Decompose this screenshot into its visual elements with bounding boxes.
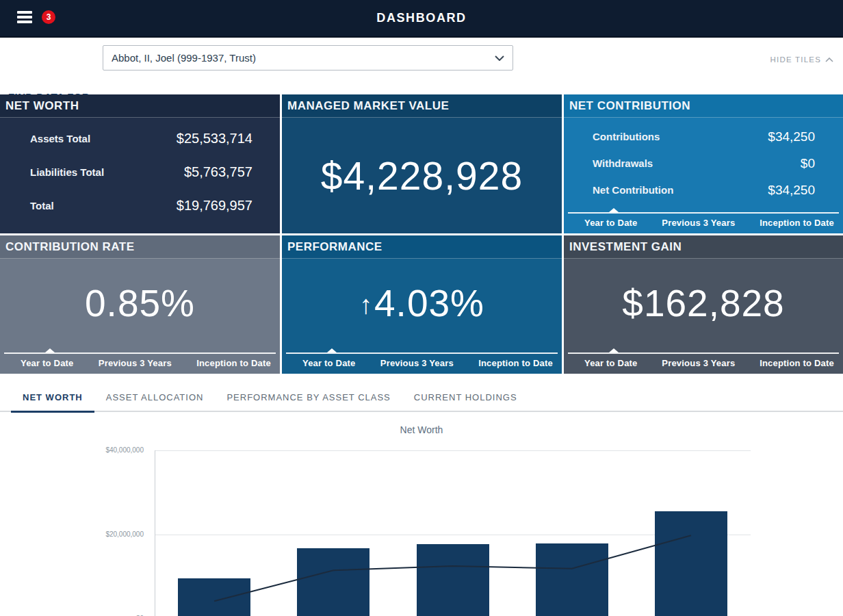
assets-total-row: Assets Total $25,533,714 — [0, 122, 280, 155]
net-contribution-tile: NET CONTRIBUTION Contributions $34,250 W… — [564, 94, 843, 233]
contributions-row: Contributions $34,250 — [564, 123, 843, 150]
period-tab-year-to-date[interactable]: Year to Date — [21, 358, 74, 368]
row-value: $34,250 — [768, 183, 815, 198]
net-worth-bar — [536, 543, 608, 616]
total-row: Total $19,769,957 — [0, 189, 280, 222]
row-value: $25,533,714 — [177, 131, 252, 146]
tab-performance-by-asset-class[interactable]: PERFORMANCE BY ASSET CLASS — [215, 383, 402, 413]
row-value: $34,250 — [768, 129, 815, 144]
hide-tiles-button[interactable]: HIDE TILES — [770, 55, 833, 64]
period-tab-previous-3-years[interactable]: Previous 3 Years — [380, 358, 454, 368]
menu-button[interactable]: 3 — [17, 10, 34, 27]
tab-current-holdings[interactable]: CURRENT HOLDINGS — [402, 383, 529, 413]
find-data-bar: FIND DATA FOR Abbot, II, Joel (999-1937,… — [0, 39, 843, 94]
client-selector-value: Abbot, II, Joel (999-1937, Trust) — [112, 52, 495, 64]
chevron-up-icon — [825, 57, 833, 62]
summary-tiles: NET WORTH Assets Total $25,533,714 Liabi… — [0, 94, 843, 374]
gridline — [155, 450, 751, 451]
period-tabs: Year to Date Previous 3 Years Inception … — [564, 212, 843, 233]
period-tab-previous-3-years[interactable]: Previous 3 Years — [99, 358, 172, 368]
net-worth-bar — [178, 578, 250, 616]
managed-market-value-amount: $4,228,928 — [282, 118, 562, 233]
performance-amount: ↑ 4.03% — [282, 259, 562, 348]
active-period-indicator — [609, 348, 619, 352]
row-value: $0 — [801, 156, 815, 171]
period-tab-previous-3-years[interactable]: Previous 3 Years — [662, 358, 735, 368]
hide-tiles-label: HIDE TILES — [770, 55, 821, 64]
y-axis-tick-label: $20,000,000 — [86, 530, 144, 538]
contribution-rate-tile-title: CONTRIBUTION RATE — [0, 235, 280, 259]
period-tab-inception-to-date[interactable]: Inception to Date — [760, 218, 834, 228]
tab-net-worth[interactable]: NET WORTH — [11, 383, 94, 413]
period-tab-previous-3-years[interactable]: Previous 3 Years — [662, 218, 735, 228]
net-contribution-tile-title: NET CONTRIBUTION — [564, 94, 843, 118]
net-worth-bar — [297, 548, 369, 616]
managed-market-value-tile-title: MANAGED MARKET VALUE — [282, 94, 562, 118]
managed-market-value-tile: MANAGED MARKET VALUE $4,228,928 — [282, 94, 562, 233]
chevron-down-icon — [495, 55, 504, 61]
contribution-rate-tile: CONTRIBUTION RATE 0.85% Year to Date Pre… — [0, 235, 280, 374]
investment-gain-amount: $162,828 — [564, 259, 843, 348]
investment-gain-tile: INVESTMENT GAIN $162,828 Year to Date Pr… — [564, 235, 843, 374]
top-bar: 3 DASHBOARD — [0, 0, 843, 38]
row-value: $19,769,957 — [177, 198, 252, 214]
withdrawals-row: Withdrawals $0 — [564, 150, 843, 177]
investment-gain-tile-title: INVESTMENT GAIN — [564, 235, 843, 259]
row-label: Assets Total — [30, 133, 90, 144]
row-value: $5,763,757 — [184, 164, 252, 180]
liabilities-total-row: Liabilities Total $5,763,757 — [0, 155, 280, 189]
section-tab-bar: NET WORTH ASSET ALLOCATION PERFORMANCE B… — [0, 374, 843, 413]
period-tab-year-to-date[interactable]: Year to Date — [584, 218, 638, 228]
performance-value-text: 4.03% — [374, 281, 484, 325]
y-axis-tick-label: $40,000,000 — [86, 446, 144, 454]
period-tab-inception-to-date[interactable]: Inception to Date — [478, 358, 553, 368]
contribution-rate-amount: 0.85% — [0, 259, 280, 348]
period-tabs: Year to Date Previous 3 Years Inception … — [282, 352, 562, 374]
active-period-indicator — [327, 348, 337, 352]
period-tab-year-to-date[interactable]: Year to Date — [584, 358, 638, 368]
period-tab-year-to-date[interactable]: Year to Date — [302, 358, 356, 368]
chart-title: Net Worth — [0, 424, 843, 435]
period-tabs: Year to Date Previous 3 Years Inception … — [0, 352, 280, 374]
row-label: Net Contribution — [593, 184, 673, 196]
row-label: Contributions — [593, 131, 660, 142]
up-arrow-icon: ↑ — [359, 290, 373, 320]
hamburger-menu-icon — [17, 11, 32, 14]
row-label: Liabilities Total — [30, 166, 104, 178]
row-label: Withdrawals — [593, 157, 653, 169]
net-worth-chart: Net Worth $40,000,000$20,000,000$0 — [0, 413, 843, 616]
performance-tile: PERFORMANCE ↑ 4.03% Year to Date Previou… — [282, 235, 562, 374]
net-worth-bar — [417, 544, 489, 616]
period-tabs: Year to Date Previous 3 Years Inception … — [564, 352, 843, 374]
active-period-indicator — [609, 208, 619, 212]
period-tab-inception-to-date[interactable]: Inception to Date — [760, 358, 834, 368]
net-worth-tile-title: NET WORTH — [0, 94, 280, 118]
y-axis-line — [155, 450, 155, 616]
performance-tile-title: PERFORMANCE — [282, 235, 562, 259]
net-contribution-row: Net Contribution $34,250 — [564, 177, 843, 203]
active-period-indicator — [45, 348, 55, 352]
net-worth-bar — [655, 511, 727, 616]
period-tab-inception-to-date[interactable]: Inception to Date — [196, 358, 271, 368]
tab-asset-allocation[interactable]: ASSET ALLOCATION — [94, 383, 216, 413]
client-selector[interactable]: Abbot, II, Joel (999-1937, Trust) — [103, 45, 513, 70]
net-worth-tile: NET WORTH Assets Total $25,533,714 Liabi… — [0, 94, 280, 233]
row-label: Total — [30, 200, 54, 211]
notification-badge: 3 — [42, 10, 55, 24]
page-title: DASHBOARD — [376, 11, 466, 25]
